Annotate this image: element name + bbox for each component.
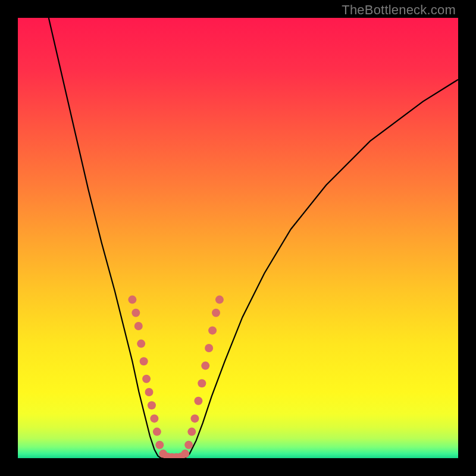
chart-frame: TheBottleneck.com	[0, 0, 476, 476]
data-marker	[201, 362, 209, 370]
data-marker	[150, 414, 158, 422]
data-marker	[155, 441, 164, 449]
data-marker	[145, 388, 154, 396]
data-marker	[208, 326, 217, 334]
data-marker	[187, 428, 196, 436]
data-marker	[198, 379, 206, 387]
curve-layer	[18, 18, 458, 458]
data-marker	[131, 309, 140, 317]
data-marker	[212, 309, 220, 317]
data-marker	[215, 296, 224, 304]
data-marker	[137, 340, 145, 348]
data-marker	[140, 357, 148, 365]
data-marker	[194, 397, 202, 405]
data-marker	[142, 375, 151, 383]
marker-group	[128, 296, 224, 458]
data-marker	[134, 322, 143, 330]
watermark-label: TheBottleneck.com	[342, 2, 456, 18]
data-marker	[148, 401, 156, 409]
bottleneck-curve	[49, 18, 458, 458]
data-marker	[205, 344, 213, 352]
data-marker	[181, 450, 189, 458]
data-marker	[184, 441, 193, 449]
data-marker	[153, 428, 161, 436]
plot-area	[18, 18, 458, 458]
data-marker	[190, 414, 199, 422]
data-marker	[128, 296, 136, 304]
